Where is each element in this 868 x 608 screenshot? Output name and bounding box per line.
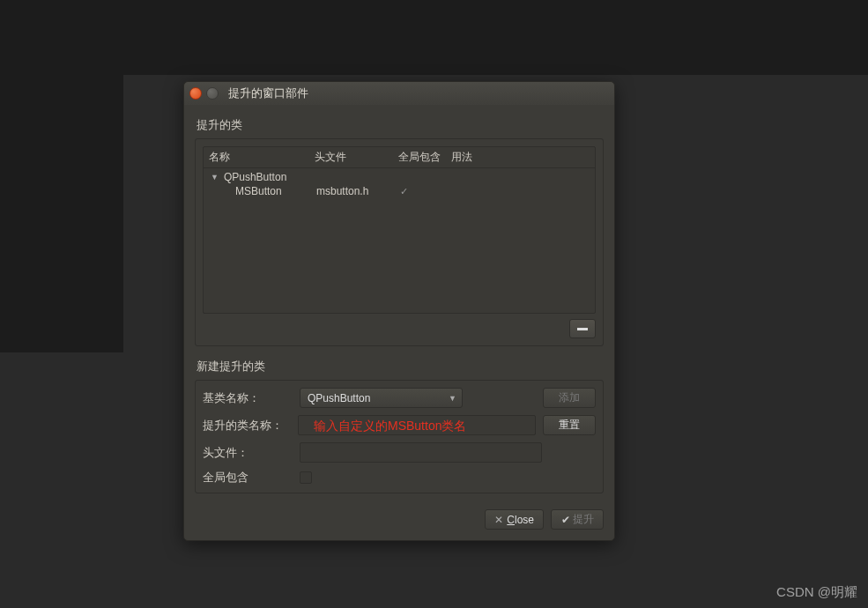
chevron-down-icon: ▼	[449, 394, 456, 403]
watermark: CSDN @明耀	[776, 584, 857, 601]
column-usage[interactable]: 用法	[446, 147, 595, 167]
background-left	[0, 75, 123, 352]
header-file-input[interactable]	[300, 442, 542, 463]
close-icon: ✕	[494, 514, 503, 526]
promote-button[interactable]: ✔提升	[551, 509, 604, 530]
base-class-label: 基类名称：	[203, 390, 300, 406]
column-header[interactable]: 头文件	[309, 147, 393, 167]
promoted-class-name-label: 提升的类名称：	[203, 418, 298, 434]
window-title: 提升的窗口部件	[228, 85, 308, 101]
promote-widgets-dialog: 提升的窗口部件 提升的类 名称 头文件 全局包含 用法 ▼ QPushButto…	[183, 81, 615, 541]
column-global[interactable]: 全局包含	[393, 147, 446, 167]
close-button[interactable]: ✕Close	[485, 509, 544, 530]
remove-button[interactable]	[569, 319, 596, 338]
add-button[interactable]: 添加	[543, 388, 596, 408]
global-include-checkbox[interactable]	[300, 471, 312, 484]
titlebar[interactable]: 提升的窗口部件	[184, 82, 614, 105]
header-file-label: 头文件：	[203, 445, 300, 461]
background-top	[0, 0, 868, 75]
promoted-classes-group: 名称 头文件 全局包含 用法 ▼ QPushButton MSButton ms…	[195, 138, 604, 346]
base-class-combo[interactable]: QPushButton ▼	[300, 388, 463, 408]
global-include-check	[400, 185, 453, 197]
new-promoted-group: 基类名称： QPushButton ▼ 添加 提升的类名称： 重置 头文件： 全…	[195, 380, 604, 493]
check-icon: ✔	[561, 514, 570, 526]
minus-icon	[577, 328, 588, 330]
column-name[interactable]: 名称	[204, 147, 309, 167]
promoted-class-name-input[interactable]	[298, 415, 536, 435]
window-minimize-button[interactable]	[206, 87, 219, 100]
reset-button[interactable]: 重置	[543, 415, 596, 435]
window-close-button[interactable]	[189, 87, 202, 100]
tree-row-child[interactable]: MSButton msbutton.h	[204, 184, 595, 198]
promoted-classes-tree[interactable]: 名称 头文件 全局包含 用法 ▼ QPushButton MSButton ms…	[203, 146, 596, 314]
expand-icon[interactable]: ▼	[211, 173, 219, 182]
promoted-classes-label: 提升的类	[195, 114, 604, 138]
global-include-label: 全局包含	[203, 470, 300, 486]
tree-row-parent[interactable]: ▼ QPushButton	[204, 170, 595, 184]
new-promoted-label: 新建提升的类	[195, 355, 604, 380]
tree-header: 名称 头文件 全局包含 用法	[204, 147, 595, 168]
